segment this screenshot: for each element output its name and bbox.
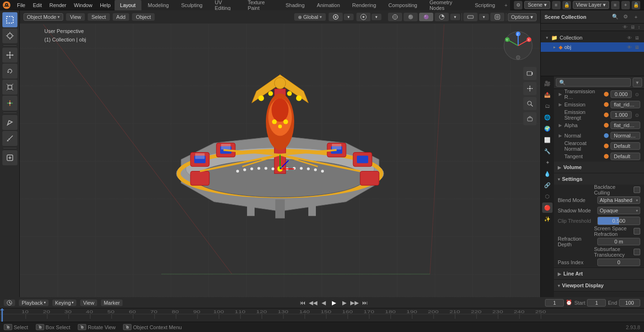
start-frame-input[interactable] xyxy=(587,299,606,307)
shading-options-button[interactable]: ▾ xyxy=(450,14,460,20)
add-object-button[interactable] xyxy=(2,150,17,165)
expand-arrow-obj[interactable]: ▸ xyxy=(552,45,557,49)
rotate-tool-button[interactable] xyxy=(2,64,17,79)
transmission-value[interactable]: 0.000 xyxy=(611,90,632,98)
step-prev-button[interactable]: ◀ xyxy=(319,299,328,307)
backface-culling-checkbox[interactable] xyxy=(634,186,640,193)
properties-search-input[interactable] xyxy=(556,78,631,87)
object-mode-selector[interactable]: Object Mode ▾ xyxy=(24,13,63,21)
view-menu-button[interactable]: View xyxy=(66,13,85,21)
menu-edit[interactable]: Edit xyxy=(29,0,46,10)
scale-tool-button[interactable] xyxy=(2,80,17,95)
prop-tab-material[interactable]: 🔴 xyxy=(542,202,553,213)
emission-strength-driver-icon[interactable]: ⊙ xyxy=(634,113,640,118)
select-menu-button[interactable]: Select xyxy=(88,13,110,21)
overlay-options-button[interactable]: ▾ xyxy=(479,14,489,20)
volume-section-header[interactable]: ▶ Volume xyxy=(554,162,644,173)
end-frame-input[interactable] xyxy=(619,299,640,307)
prop-tab-object[interactable]: ⬜ xyxy=(542,135,553,145)
object-menu-button[interactable]: Object xyxy=(132,13,155,21)
outliner-filter-button[interactable]: ⚙ xyxy=(621,13,630,21)
prop-tab-view-layer[interactable]: 🗂 xyxy=(542,101,553,111)
material-shading-button[interactable] xyxy=(419,13,433,21)
view-layer-menu-icon[interactable]: ≡ xyxy=(611,1,619,9)
emission-strength-dot[interactable] xyxy=(604,113,609,117)
annotate-tool-button[interactable] xyxy=(2,115,17,130)
emission-strength-value[interactable]: 1.000 xyxy=(611,111,632,119)
screen-space-refraction-checkbox[interactable] xyxy=(634,228,640,235)
tab-sculpting[interactable]: Sculpting xyxy=(175,0,208,10)
playback-menu-button[interactable]: Playback ▾ xyxy=(19,300,49,306)
viewport-3d[interactable]: Object Mode ▾ View Select Add Object ⊕ G… xyxy=(20,10,540,297)
emission-texture[interactable]: flat_ride__sssive.png xyxy=(611,101,640,108)
active-workspace-icon[interactable]: ⚙ xyxy=(514,1,522,9)
wireframe-shading-button[interactable] xyxy=(388,13,402,21)
measure-tool-button[interactable] xyxy=(2,131,17,146)
step-next-button[interactable]: ▶ xyxy=(340,299,348,307)
obj-render-toggle[interactable]: 🖥 xyxy=(634,44,640,50)
timeline-ruler[interactable]: 10 20 30 40 50 60 70 80 90 100 110 120 1… xyxy=(0,308,644,322)
alpha-dot[interactable] xyxy=(604,123,609,128)
jump-prev-keyframe-button[interactable]: ◀◀ xyxy=(309,299,317,307)
lock-icon[interactable]: 🔒 xyxy=(562,1,571,9)
alpha-texture[interactable]: flat_ride__act_inv.png xyxy=(611,121,640,129)
proportional-toggle-button[interactable] xyxy=(356,13,371,21)
prop-tab-constraints[interactable]: 🔗 xyxy=(542,180,553,190)
overlay-toggle-button[interactable] xyxy=(463,13,478,21)
normal-expand[interactable]: ▶ xyxy=(558,133,562,138)
timeline-icon-area[interactable] xyxy=(4,300,15,306)
prop-tab-vis-effects[interactable]: ✨ xyxy=(542,214,553,224)
add-workspace-button[interactable]: + xyxy=(502,1,510,9)
jump-start-button[interactable]: ⏮ xyxy=(298,299,307,307)
line-art-section-header[interactable]: ▶ Line Art xyxy=(554,268,644,279)
collection-view-toggle[interactable]: 👁 xyxy=(626,34,633,41)
view-layer-add-icon[interactable]: + xyxy=(621,1,630,9)
keying-menu-button[interactable]: Keying ▾ xyxy=(52,300,77,306)
transmission-dot[interactable] xyxy=(604,92,609,97)
current-frame-input[interactable] xyxy=(545,299,564,307)
move-tool-button[interactable] xyxy=(2,48,17,63)
local-view-button[interactable] xyxy=(523,112,537,125)
prop-tab-scene[interactable]: 🌐 xyxy=(542,112,553,122)
transmission-expand[interactable]: ▶ xyxy=(558,92,562,97)
play-button[interactable]: ▶ xyxy=(330,299,338,307)
outliner-item-obj[interactable]: ▸ ◆ obj 👁 🖥 xyxy=(541,42,644,52)
view-layer-lock-icon[interactable]: 🔒 xyxy=(632,1,640,9)
tab-animation[interactable]: Animation xyxy=(311,0,346,10)
marker-menu-button[interactable]: Marker xyxy=(101,300,123,306)
solid-shading-button[interactable] xyxy=(404,13,418,21)
normal-value[interactable]: Normal/Map xyxy=(611,132,640,139)
prop-tab-world[interactable]: 🌍 xyxy=(542,123,553,134)
tab-scripting[interactable]: Scripting xyxy=(469,0,501,10)
shadow-mode-dropdown[interactable]: Opaque ▾ xyxy=(597,207,640,214)
transmission-driver-icon[interactable]: ⊙ xyxy=(634,92,640,97)
prop-tab-output[interactable]: 📤 xyxy=(542,89,553,100)
cursor-tool-button[interactable] xyxy=(2,28,17,43)
emission-dot[interactable] xyxy=(604,102,609,107)
tab-modeling[interactable]: Modeling xyxy=(142,0,175,10)
transform-tool-button[interactable] xyxy=(2,96,17,111)
viewport-options-button[interactable]: Options ▾ xyxy=(508,13,537,21)
prop-tab-particles[interactable]: ✦ xyxy=(542,157,553,168)
zoom-view-button[interactable] xyxy=(523,97,537,110)
camera-view-button[interactable] xyxy=(523,67,537,80)
tab-uv-editing[interactable]: UV Editing xyxy=(209,0,241,10)
tab-texture-paint[interactable]: Texture Paint xyxy=(242,0,279,10)
navigation-gizmo[interactable]: Z X Y xyxy=(502,29,535,62)
tangent-dot[interactable] xyxy=(604,154,609,159)
prop-tab-modifier[interactable]: 🔧 xyxy=(542,146,553,156)
collection-render-toggle[interactable]: 🖥 xyxy=(634,34,640,41)
menu-help[interactable]: Help xyxy=(96,0,115,10)
expand-arrow-collection[interactable]: ▾ xyxy=(545,35,549,40)
refraction-depth-value[interactable]: 0 m xyxy=(597,238,640,245)
tab-layout[interactable]: Layout xyxy=(115,0,141,10)
menu-window[interactable]: Window xyxy=(70,0,96,10)
tab-compositing[interactable]: Compositing xyxy=(383,0,423,10)
view-layer-selector[interactable]: View Layer ▾ xyxy=(573,1,609,9)
blend-mode-dropdown[interactable]: Alpha Hashed ▾ xyxy=(597,196,640,204)
obj-view-toggle[interactable]: 👁 xyxy=(626,44,633,50)
pass-index-value[interactable]: 0 xyxy=(597,259,640,266)
xray-toggle-button[interactable] xyxy=(490,13,504,21)
alpha-expand[interactable]: ▶ xyxy=(558,123,562,128)
view-menu-button-timeline[interactable]: View xyxy=(80,300,97,306)
